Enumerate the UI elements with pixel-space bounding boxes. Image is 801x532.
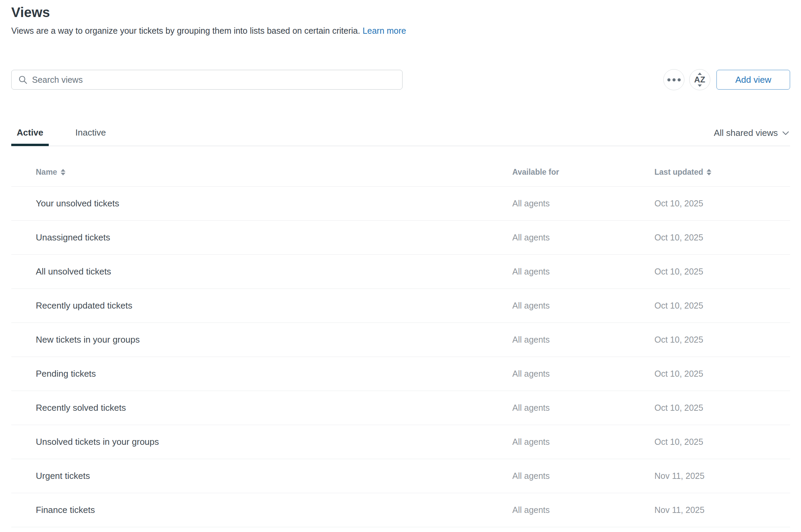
view-last-updated: Oct 10, 2025 [654,403,790,413]
view-available-for: All agents [512,437,654,447]
view-name[interactable]: New tickets in your groups [36,334,512,345]
table-row[interactable]: Finance tickets All agents Nov 11, 2025 [11,493,790,527]
view-available-for: All agents [512,267,654,277]
page-description-text: Views are a way to organize your tickets… [11,26,360,35]
view-available-for: All agents [512,233,654,242]
shared-views-filter[interactable]: All shared views [714,128,789,138]
view-name[interactable]: All unsolved tickets [36,266,512,277]
view-name[interactable]: Pending tickets [36,369,512,379]
column-header-last-updated-label: Last updated [654,168,703,177]
view-name[interactable]: Recently updated tickets [36,300,512,311]
column-header-available-for-label: Available for [512,168,559,177]
page-description: Views are a way to organize your tickets… [11,25,790,36]
chevron-down-icon [782,131,789,136]
ellipsis-icon [667,78,681,81]
table-body: Your unsolved tickets All agents Oct 10,… [11,187,790,527]
view-available-for: All agents [512,369,654,379]
view-name[interactable]: Recently solved tickets [36,403,512,413]
add-view-button[interactable]: Add view [716,70,790,90]
page-title: Views [11,5,790,20]
view-available-for: All agents [512,505,654,515]
views-table: Name Available for Last updated Your uns… [11,146,790,527]
search-views-box[interactable] [11,70,403,90]
table-row[interactable]: Recently updated tickets All agents Oct … [11,289,790,323]
tab-inactive[interactable]: Inactive [70,126,111,146]
view-last-updated: Oct 10, 2025 [654,301,790,311]
sort-icon [61,169,65,175]
table-row[interactable]: Pending tickets All agents Oct 10, 2025 [11,357,790,391]
view-name[interactable]: Urgent tickets [36,471,512,481]
column-header-last-updated[interactable]: Last updated [654,168,790,177]
search-icon [18,75,27,84]
tab-active[interactable]: Active [11,126,49,146]
view-name[interactable]: Your unsolved tickets [36,198,512,209]
view-last-updated: Oct 10, 2025 [654,369,790,379]
view-name[interactable]: Unsolved tickets in your groups [36,437,512,447]
table-row[interactable]: Your unsolved tickets All agents Oct 10,… [11,187,790,221]
view-available-for: All agents [512,301,654,311]
view-last-updated: Oct 10, 2025 [654,267,790,277]
toolbar: AZ Add view [11,69,790,90]
sort-icon [707,169,711,175]
column-header-name[interactable]: Name [36,168,512,177]
sort-alphabetical-icon: AZ [694,73,706,87]
table-row[interactable]: All unsolved tickets All agents Oct 10, … [11,255,790,289]
search-views-input[interactable] [32,75,396,85]
view-last-updated: Oct 10, 2025 [654,437,790,447]
learn-more-link[interactable]: Learn more [363,26,406,35]
column-header-name-label: Name [36,168,57,177]
views-page: Views Views are a way to organize your t… [0,0,801,527]
table-row[interactable]: New tickets in your groups All agents Oc… [11,323,790,357]
view-available-for: All agents [512,403,654,413]
view-name[interactable]: Unassigned tickets [36,232,512,243]
table-header: Name Available for Last updated [11,146,790,187]
column-header-available-for: Available for [512,168,654,177]
view-last-updated: Oct 10, 2025 [654,233,790,242]
view-available-for: All agents [512,471,654,481]
view-name[interactable]: Finance tickets [36,505,512,515]
view-available-for: All agents [512,199,654,208]
tabs-row: Active Inactive All shared views [11,126,790,146]
view-last-updated: Oct 10, 2025 [654,335,790,345]
toolbar-actions: AZ Add view [659,69,790,90]
table-row[interactable]: Urgent tickets All agents Nov 11, 2025 [11,459,790,493]
table-row[interactable]: Unsolved tickets in your groups All agen… [11,425,790,459]
view-available-for: All agents [512,335,654,345]
table-row[interactable]: Unassigned tickets All agents Oct 10, 20… [11,221,790,255]
table-row[interactable]: Recently solved tickets All agents Oct 1… [11,391,790,425]
shared-views-label: All shared views [714,128,778,138]
view-last-updated: Nov 11, 2025 [654,505,790,515]
sort-alphabetical-button[interactable]: AZ [689,69,710,90]
view-last-updated: Oct 10, 2025 [654,199,790,208]
view-last-updated: Nov 11, 2025 [654,471,790,481]
overflow-menu-button[interactable] [663,69,684,90]
